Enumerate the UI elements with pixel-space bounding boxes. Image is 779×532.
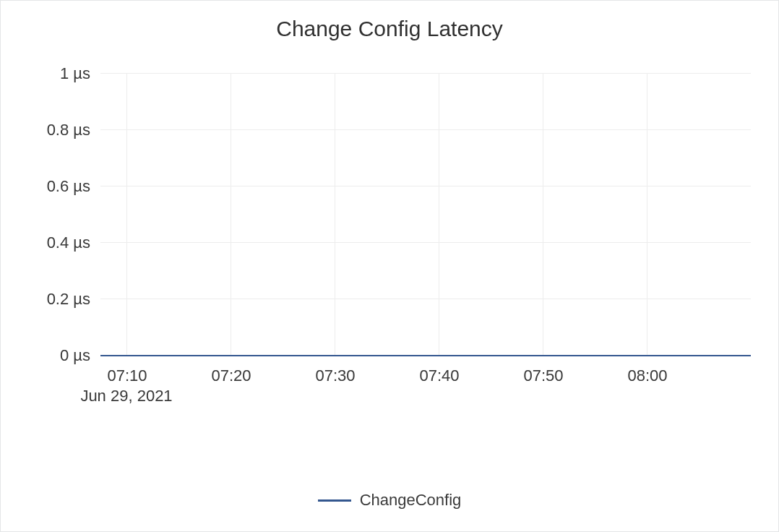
chart-title: Change Config Latency: [1, 1, 778, 41]
x-tick: 08:00: [627, 366, 667, 385]
x-tick: 07:10: [107, 366, 147, 385]
legend-swatch: [318, 499, 351, 502]
x-date-label: Jun 29, 2021: [80, 387, 172, 406]
y-tick: 0.8 µs: [47, 121, 90, 140]
y-tick: 0.6 µs: [47, 177, 90, 196]
x-tick: 07:20: [211, 366, 251, 385]
y-tick: 0.4 µs: [47, 233, 90, 252]
x-tick: 07:50: [523, 366, 563, 385]
y-tick: 1 µs: [60, 64, 90, 83]
legend-item: ChangeConfig: [318, 491, 462, 510]
x-tick: 07:40: [419, 366, 459, 385]
chart-card: Change Config Latency 0 µs 0.2 µs 0.4 µs…: [0, 0, 779, 532]
chart-legend: ChangeConfig: [1, 491, 778, 510]
series-line-changeconfig: [100, 355, 751, 356]
y-tick: 0 µs: [60, 346, 90, 365]
y-tick: 0.2 µs: [47, 290, 90, 309]
plot-area: 0 µs 0.2 µs 0.4 µs 0.6 µs 0.8 µs 1 µs 07…: [100, 73, 751, 355]
x-tick: 07:30: [315, 366, 355, 385]
legend-label: ChangeConfig: [360, 491, 462, 510]
